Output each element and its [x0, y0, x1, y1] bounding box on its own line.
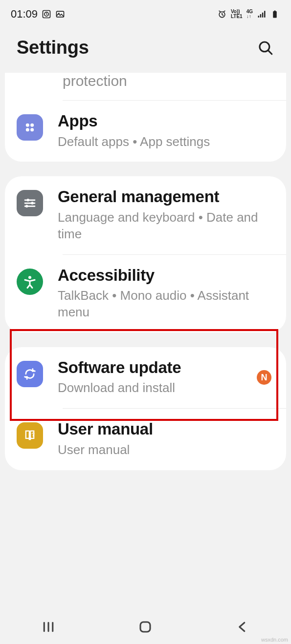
recents-icon	[41, 620, 56, 634]
svg-point-3	[58, 13, 60, 14]
svg-rect-17	[140, 622, 150, 632]
svg-point-9	[30, 124, 34, 127]
manual-subtitle: User manual	[58, 442, 274, 458]
refresh-icon	[17, 361, 43, 387]
signal-icon	[257, 9, 267, 19]
accessibility-title: Accessibility	[58, 266, 274, 285]
software-title: Software update	[58, 358, 274, 377]
search-icon	[257, 40, 274, 56]
home-button[interactable]	[131, 617, 160, 637]
battery-icon	[270, 9, 280, 19]
settings-item-general-management[interactable]: General management Language and keyboard…	[5, 176, 286, 254]
apps-subtitle: Default apps • App settings	[58, 134, 274, 150]
svg-point-12	[27, 199, 30, 202]
sliders-icon	[17, 190, 43, 216]
status-time: 01:09	[11, 8, 38, 21]
svg-point-10	[26, 128, 29, 131]
clock-app-icon	[42, 9, 51, 19]
back-icon	[235, 620, 250, 634]
recents-button[interactable]	[34, 617, 63, 637]
partial-row-protection[interactable]: protection	[5, 73, 286, 100]
settings-item-user-manual[interactable]: ? User manual User manual	[5, 409, 286, 470]
page-title: Settings	[17, 37, 89, 58]
svg-point-13	[31, 202, 34, 205]
settings-header: Settings	[0, 25, 291, 73]
book-icon: ?	[17, 422, 43, 449]
status-right: Vo))LTE1 4G↓↑	[217, 9, 280, 19]
settings-card-3: Software update Download and install N ?…	[5, 347, 286, 470]
apps-icon	[17, 114, 43, 141]
volte-icon: Vo))LTE1	[231, 9, 243, 19]
status-left: 01:09	[11, 8, 65, 21]
update-badge: N	[257, 370, 271, 385]
general-subtitle: Language and keyboard • Date and time	[58, 209, 274, 243]
svg-point-11	[30, 128, 34, 131]
settings-card-1: protection Apps Default apps • App setti…	[5, 73, 286, 162]
software-subtitle: Download and install	[58, 380, 274, 396]
back-button[interactable]	[228, 617, 257, 637]
accessibility-icon	[17, 269, 43, 295]
svg-rect-6	[274, 11, 276, 12]
svg-text:?: ?	[32, 432, 35, 437]
svg-point-14	[25, 205, 28, 208]
search-button[interactable]	[257, 39, 274, 57]
home-icon	[138, 620, 153, 634]
status-bar: 01:09 Vo))LTE1 4G↓↑	[0, 0, 291, 25]
manual-title: User manual	[58, 419, 274, 439]
watermark: wsxdn.com	[261, 637, 288, 643]
android-nav-bar	[0, 610, 291, 644]
network-icon: 4G↓↑	[246, 9, 253, 19]
settings-card-2: General management Language and keyboard…	[5, 176, 286, 332]
apps-title: Apps	[58, 111, 274, 131]
settings-item-software-update[interactable]: Software update Download and install N	[5, 347, 286, 408]
accessibility-subtitle: TalkBack • Mono audio • Assistant menu	[58, 288, 274, 321]
general-title: General management	[58, 187, 274, 207]
settings-item-accessibility[interactable]: Accessibility TalkBack • Mono audio • As…	[5, 255, 286, 332]
svg-point-8	[26, 124, 29, 127]
image-icon	[55, 9, 65, 19]
svg-point-15	[28, 276, 31, 279]
alarm-icon	[217, 9, 227, 19]
svg-rect-5	[273, 11, 277, 18]
settings-item-apps[interactable]: Apps Default apps • App settings	[5, 101, 286, 162]
